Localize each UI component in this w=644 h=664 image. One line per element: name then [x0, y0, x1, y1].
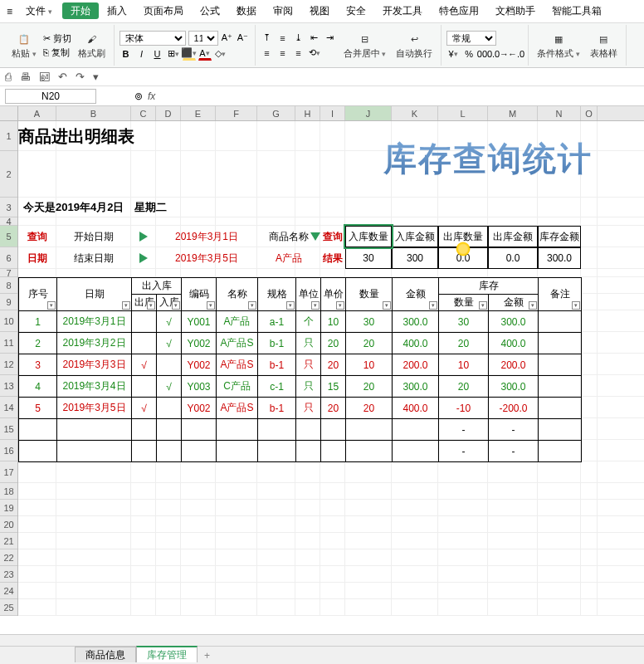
table-row[interactable]: 42019年3月4日√Y003C产品c-1只1520300.020300.0	[19, 376, 582, 398]
cell[interactable]	[345, 217, 392, 225]
filter-icon[interactable]: ▾	[311, 301, 320, 310]
cell[interactable]	[56, 583, 131, 598]
menu-tab-11[interactable]: 智能工具箱	[544, 2, 610, 19]
number-format-select[interactable]: 常规	[446, 31, 496, 46]
qat-save-icon[interactable]: ⎙	[5, 71, 12, 83]
cell[interactable]	[320, 566, 345, 582]
cell[interactable]	[56, 151, 131, 197]
orientation-icon[interactable]: ⟲	[308, 46, 321, 60]
table-header[interactable]: 数量▾	[346, 278, 393, 311]
cell[interactable]	[488, 500, 538, 515]
cell[interactable]	[216, 151, 257, 197]
filter-icon[interactable]: ▾	[47, 301, 56, 310]
cell[interactable]	[216, 583, 257, 598]
row-header-24[interactable]: 24	[0, 583, 17, 599]
cell[interactable]	[581, 516, 598, 532]
table-row[interactable]: 52019年3月5日√Y002A产品Sb-1只2020400.0-10-200.…	[19, 398, 582, 419]
cell[interactable]	[131, 599, 156, 615]
qat-redo-icon[interactable]: ↷	[76, 71, 85, 83]
menu-tab-3[interactable]: 公式	[192, 2, 228, 19]
cell[interactable]	[216, 483, 257, 499]
cell[interactable]	[392, 269, 438, 276]
decrease-font-icon[interactable]: A⁻	[237, 32, 250, 45]
cell[interactable]	[257, 483, 295, 499]
cell[interactable]	[18, 461, 56, 482]
cell[interactable]	[581, 294, 598, 310]
cell[interactable]	[581, 226, 598, 247]
qat-print-icon[interactable]: 🖶	[20, 71, 31, 83]
cell[interactable]	[320, 549, 345, 565]
table-row[interactable]: 12019年3月1日√Y001A产品a-1个1030300.030300.0	[19, 311, 582, 333]
cell[interactable]	[581, 269, 598, 276]
menu-tab-2[interactable]: 页面布局	[135, 2, 192, 19]
cell[interactable]	[56, 500, 131, 515]
cell[interactable]	[216, 566, 257, 582]
table-header[interactable]: 单位▾	[296, 278, 321, 311]
row-header-10[interactable]: 10	[0, 310, 17, 332]
cell[interactable]	[538, 483, 581, 499]
cell[interactable]	[181, 599, 216, 615]
product-value[interactable]: A产品	[276, 251, 302, 266]
cell[interactable]	[181, 516, 216, 532]
table-header[interactable]: 数量▾	[439, 295, 489, 311]
border-button[interactable]: ⊞	[167, 47, 180, 61]
col-header-N[interactable]: N	[538, 106, 581, 120]
cell[interactable]	[156, 461, 181, 482]
cell[interactable]	[295, 549, 320, 565]
cell[interactable]	[438, 217, 488, 225]
cell[interactable]	[392, 483, 438, 499]
cell[interactable]	[345, 549, 392, 565]
merge-center-button[interactable]: ⊟ 合并居中	[340, 29, 390, 61]
cell[interactable]	[257, 549, 295, 565]
filter-icon[interactable]: ▾	[529, 301, 537, 310]
table-header[interactable]: 出入库	[132, 278, 182, 295]
cell[interactable]	[216, 549, 257, 565]
cell[interactable]	[18, 151, 56, 197]
fill-color-button[interactable]: ⬛	[183, 47, 196, 61]
format-painter-button[interactable]: 🖌 格式刷	[75, 29, 109, 61]
cell[interactable]	[581, 500, 598, 515]
cell[interactable]	[181, 500, 216, 515]
cell[interactable]	[345, 269, 392, 276]
cell[interactable]	[156, 500, 181, 515]
table-row[interactable]: 22019年3月2日√Y002A产品Sb-1只2020400.020400.0	[19, 333, 582, 354]
currency-icon[interactable]: ¥	[446, 47, 460, 61]
table-header[interactable]: 规格▾	[258, 278, 296, 311]
cell[interactable]	[438, 461, 488, 482]
cell[interactable]	[392, 198, 438, 217]
cell[interactable]	[18, 516, 56, 532]
filter-icon[interactable]: ▾	[383, 301, 391, 310]
row-header-21[interactable]: 21	[0, 533, 17, 549]
cell[interactable]	[320, 461, 345, 482]
cell[interactable]	[438, 483, 488, 499]
row-header-17[interactable]: 17	[0, 461, 17, 483]
row-header-11[interactable]: 11	[0, 332, 17, 354]
col-header-M[interactable]: M	[488, 106, 538, 120]
align-bottom-icon[interactable]: ⤓	[292, 32, 305, 45]
cell[interactable]	[345, 500, 392, 515]
copy-button[interactable]: ⎘复制	[43, 46, 71, 59]
cell[interactable]	[56, 217, 131, 225]
row-header-25[interactable]: 25	[0, 599, 17, 616]
cell[interactable]	[488, 516, 538, 532]
start-date-value[interactable]: 2019年3月1日	[175, 230, 238, 244]
cell[interactable]	[257, 533, 295, 549]
align-center-icon[interactable]: ≡	[276, 46, 290, 60]
filter-icon[interactable]: ▾	[336, 301, 344, 310]
cell[interactable]	[488, 217, 538, 225]
row-header-18[interactable]: 18	[0, 483, 17, 500]
add-sheet-button[interactable]: +	[198, 648, 217, 663]
cell[interactable]	[345, 583, 392, 598]
cell[interactable]	[131, 500, 156, 515]
cell[interactable]	[392, 566, 438, 582]
cell[interactable]	[320, 599, 345, 615]
cell[interactable]	[156, 583, 181, 598]
cell[interactable]	[18, 583, 56, 598]
col-header-O[interactable]: O	[581, 106, 598, 120]
cell[interactable]	[295, 599, 320, 615]
cell[interactable]	[156, 566, 181, 582]
cell[interactable]	[392, 461, 438, 482]
cell[interactable]	[295, 217, 320, 225]
row-header-20[interactable]: 20	[0, 516, 17, 533]
paste-button[interactable]: 📋 粘贴	[8, 29, 40, 61]
